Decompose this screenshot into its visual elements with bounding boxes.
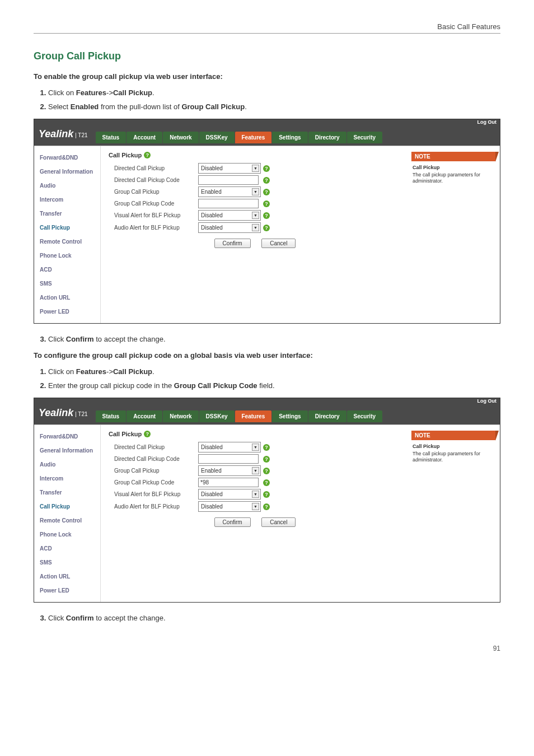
select-field[interactable]: Disabled▼ [198,163,261,174]
sidebar-item-power-led[interactable]: Power LED [34,305,100,319]
sidebar-item-general-information[interactable]: General Information [34,165,100,179]
sidebar-item-intercom[interactable]: Intercom [34,193,100,207]
tab-security[interactable]: Security [347,132,382,143]
help-icon[interactable]: ? [263,225,270,231]
confirm-button[interactable]: Confirm [214,517,251,527]
step-1-1: Click on Features->Call Pickup. [48,88,500,97]
sidebar-item-forward-dnd[interactable]: Forward&DND [34,430,100,444]
tab-dsskey[interactable]: DSSKey [199,132,235,143]
help-icon[interactable]: ? [263,444,270,451]
tab-features[interactable]: Features [235,132,272,143]
header-rule [34,33,500,34]
note-panel: NOTE Call Pickup The call pickup paramet… [407,425,500,602]
steps-list-2b: Click Confirm to accept the change. [48,614,500,622]
tab-status[interactable]: Status [96,132,127,143]
tab-directory[interactable]: Directory [308,132,346,143]
section-title: Group Call Pickup [34,50,500,62]
dropdown-arrow-icon: ▼ [252,503,259,510]
help-icon[interactable]: ? [263,212,270,219]
tab-network[interactable]: Network [163,410,198,422]
sidebar-item-transfer[interactable]: Transfer [34,486,100,500]
cancel-button[interactable]: Cancel [261,517,296,527]
page-number: 91 [34,645,500,652]
text-field[interactable] [198,175,259,185]
help-icon[interactable]: ? [263,189,270,195]
select-field[interactable]: Disabled▼ [198,222,261,233]
field-label: Directed Call Pickup Code [109,456,198,462]
help-icon[interactable]: ? [263,468,270,474]
sidebar-item-action-url[interactable]: Action URL [34,570,100,584]
brand-logo: Yealink | T21 [34,126,93,143]
sidebar-item-remote-control[interactable]: Remote Control [34,514,100,528]
sidebar-item-phone-lock[interactable]: Phone Lock [34,528,100,542]
field-label: Group Call Pickup [109,189,198,195]
tab-settings[interactable]: Settings [272,132,307,143]
dropdown-arrow-icon: ▼ [252,224,259,231]
logout-link[interactable]: Log Out [477,119,497,125]
tab-directory[interactable]: Directory [308,410,346,422]
help-icon[interactable]: ? [263,503,270,510]
sidebar-item-forward-dnd[interactable]: Forward&DND [34,151,100,165]
steps-list-1b: Click Confirm to accept the change. [48,335,500,343]
sidebar-item-general-information[interactable]: General Information [34,444,100,458]
tab-dsskey[interactable]: DSSKey [199,410,235,422]
center-panel: Call Pickup ? Directed Call PickupDisabl… [101,146,407,323]
tab-account[interactable]: Account [127,132,162,143]
select-field[interactable]: Disabled▼ [198,501,261,512]
sidebar-item-sms[interactable]: SMS [34,277,100,291]
help-icon[interactable]: ? [263,165,270,172]
confirm-button[interactable]: Confirm [214,239,251,248]
screenshot-header: Yealink | T21 StatusAccountNetworkDSSKey… [34,126,500,146]
help-icon[interactable]: ? [263,177,270,184]
sidebar-item-action-url[interactable]: Action URL [34,291,100,305]
nav-tabs: StatusAccountNetworkDSSKeyFeaturesSettin… [96,410,382,422]
help-icon[interactable]: ? [263,491,270,498]
tab-network[interactable]: Network [163,132,198,143]
select-field[interactable]: Disabled▼ [198,489,261,500]
nav-tabs: StatusAccountNetworkDSSKeyFeaturesSettin… [96,132,382,143]
sidebar-item-acd[interactable]: ACD [34,542,100,556]
select-field[interactable]: Enabled▼ [198,186,261,197]
help-icon[interactable]: ? [144,431,151,437]
text-field[interactable]: *98 [198,478,259,487]
step-2-2: Enter the group call pickup code in the … [48,381,500,390]
sidebar-item-sms[interactable]: SMS [34,556,100,570]
note-header: NOTE [411,431,495,440]
select-field[interactable]: Disabled▼ [198,442,261,452]
step-1-2: Select Enabled from the pull-down list o… [48,102,500,111]
tab-security[interactable]: Security [347,410,382,422]
help-icon[interactable]: ? [263,456,270,463]
text-field[interactable] [198,199,259,208]
steps-list-2: Click on Features->Call Pickup. Enter th… [48,367,500,390]
sidebar-item-transfer[interactable]: Transfer [34,207,100,221]
dropdown-arrow-icon: ▼ [252,491,259,498]
select-field[interactable]: Enabled▼ [198,465,261,476]
help-icon[interactable]: ? [263,479,270,486]
sidebar-item-intercom[interactable]: Intercom [34,472,100,486]
text-field[interactable] [198,454,259,464]
sidebar-item-call-pickup[interactable]: Call Pickup [34,500,100,514]
sidebar-item-power-led[interactable]: Power LED [34,584,100,598]
form-row: Audio Alert for BLF PickupDisabled▼? [109,222,401,233]
cancel-button[interactable]: Cancel [261,239,296,248]
panel-title: Call Pickup ? [109,152,401,158]
tab-features[interactable]: Features [235,410,272,422]
tab-settings[interactable]: Settings [272,410,307,422]
logout-link[interactable]: Log Out [477,398,497,404]
field-label: Visual Alert for BLF Pickup [109,212,198,218]
tab-account[interactable]: Account [127,410,162,422]
field-label: Group Call Pickup Code [109,200,198,207]
help-icon[interactable]: ? [263,200,270,207]
dropdown-arrow-icon: ▼ [252,165,259,172]
sidebar-item-audio[interactable]: Audio [34,179,100,193]
sidebar-item-call-pickup[interactable]: Call Pickup [34,221,100,235]
help-icon[interactable]: ? [144,152,151,158]
field-label: Group Call Pickup [109,468,198,474]
tab-status[interactable]: Status [96,410,127,422]
form-row: Visual Alert for BLF PickupDisabled▼? [109,489,401,500]
sidebar-item-acd[interactable]: ACD [34,263,100,277]
select-field[interactable]: Disabled▼ [198,210,261,221]
sidebar-item-remote-control[interactable]: Remote Control [34,235,100,249]
sidebar-item-phone-lock[interactable]: Phone Lock [34,249,100,263]
sidebar-item-audio[interactable]: Audio [34,458,100,472]
